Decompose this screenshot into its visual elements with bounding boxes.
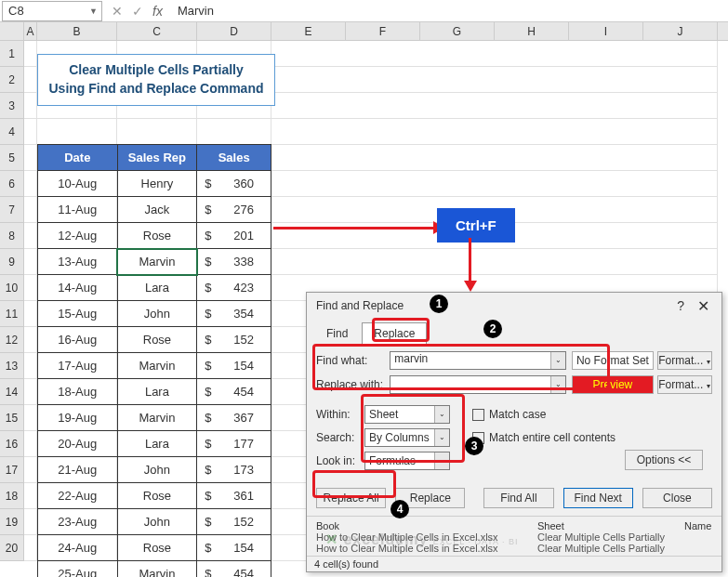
within-select[interactable]: Sheet⌄: [364, 405, 450, 424]
cell-sales[interactable]: 152: [197, 509, 271, 535]
col-header-E[interactable]: E: [271, 22, 346, 40]
cell-rep[interactable]: John: [117, 457, 197, 483]
tab-replace[interactable]: Replace: [362, 322, 427, 344]
cell-sales[interactable]: 177: [197, 431, 271, 457]
table-row[interactable]: 25-Aug Marvin 454: [38, 561, 271, 578]
fx-icon[interactable]: fx: [152, 4, 163, 19]
row-header[interactable]: 1: [0, 41, 24, 67]
cell-rep[interactable]: Henry: [117, 171, 197, 197]
cell[interactable]: [37, 119, 117, 145]
col-header-H[interactable]: H: [495, 22, 569, 40]
col-header-C[interactable]: C: [117, 22, 197, 40]
cell[interactable]: [24, 405, 37, 431]
cell-sales[interactable]: 360: [197, 171, 271, 197]
cell-rep[interactable]: Marvin: [117, 353, 197, 379]
row-header[interactable]: 6: [0, 171, 24, 197]
dialog-titlebar[interactable]: Find and Replace ? ✕: [307, 293, 721, 319]
cell-date[interactable]: 10-Aug: [38, 171, 118, 197]
cell-date[interactable]: 15-Aug: [38, 301, 118, 327]
grid-row[interactable]: 4: [0, 119, 728, 145]
cell-date[interactable]: 20-Aug: [38, 431, 118, 457]
cell[interactable]: [24, 535, 37, 561]
table-row[interactable]: 14-Aug Lara 423: [38, 275, 271, 301]
cell[interactable]: [24, 119, 37, 145]
cell-sales[interactable]: 454: [197, 561, 271, 578]
cell[interactable]: [24, 171, 37, 197]
table-row[interactable]: 11-Aug Jack 276: [38, 197, 271, 223]
cell-rep[interactable]: Marvin: [117, 561, 197, 578]
cell-sales[interactable]: 154: [197, 353, 271, 379]
row-header[interactable]: 12: [0, 327, 24, 353]
cell-sales[interactable]: 338: [197, 249, 271, 275]
help-icon[interactable]: ?: [677, 298, 684, 313]
chevron-down-icon[interactable]: ⌄: [434, 452, 449, 469]
cell[interactable]: [24, 301, 37, 327]
row-header[interactable]: 20: [0, 535, 24, 561]
row-header[interactable]: 3: [0, 93, 24, 119]
table-row[interactable]: 16-Aug Rose 152: [38, 327, 271, 353]
cell-sales[interactable]: 152: [197, 327, 271, 353]
row-header[interactable]: 14: [0, 379, 24, 405]
cell[interactable]: [24, 379, 37, 405]
cell[interactable]: [24, 275, 37, 301]
cell[interactable]: [24, 431, 37, 457]
cell[interactable]: [24, 197, 37, 223]
col-header-G[interactable]: G: [420, 22, 495, 40]
row-header[interactable]: 18: [0, 483, 24, 509]
name-box[interactable]: C8 ▼: [2, 1, 102, 21]
close-icon[interactable]: ✕: [692, 297, 714, 315]
cell-sales[interactable]: 454: [197, 379, 271, 405]
enter-icon[interactable]: ✓: [132, 4, 143, 19]
row-header[interactable]: 17: [0, 457, 24, 483]
match-case-checkbox[interactable]: [472, 409, 484, 421]
table-row[interactable]: 20-Aug Lara 177: [38, 431, 271, 457]
format-button-find[interactable]: Format...: [657, 351, 712, 370]
row-header[interactable]: 16: [0, 431, 24, 457]
table-row[interactable]: 24-Aug Rose 154: [38, 535, 271, 561]
cell-sales[interactable]: 354: [197, 301, 271, 327]
cell[interactable]: [24, 249, 37, 275]
cell-sales[interactable]: 154: [197, 535, 271, 561]
grid-area[interactable]: 1 2 3 4 5 6: [0, 41, 728, 561]
col-header-J[interactable]: J: [643, 22, 718, 40]
find-all-button[interactable]: Find All: [483, 488, 553, 508]
cell-sales[interactable]: 361: [197, 483, 271, 509]
cell[interactable]: [24, 223, 37, 249]
format-button-replace[interactable]: Format...: [657, 375, 712, 394]
table-row[interactable]: 17-Aug Marvin 154: [38, 353, 271, 379]
row-header[interactable]: 5: [0, 145, 24, 171]
options-button[interactable]: Options <<: [625, 450, 703, 470]
row-header[interactable]: 10: [0, 275, 24, 301]
cell-date[interactable]: 19-Aug: [38, 405, 118, 431]
close-button[interactable]: Close: [642, 488, 712, 508]
replace-with-input[interactable]: ⌄: [390, 375, 566, 394]
cell-sales[interactable]: 367: [197, 405, 271, 431]
cell[interactable]: [24, 457, 37, 483]
cancel-icon[interactable]: ✕: [112, 4, 123, 19]
cell-rep[interactable]: Rose: [117, 223, 197, 249]
table-row[interactable]: 23-Aug John 152: [38, 509, 271, 535]
cell-rep[interactable]: Marvin: [117, 249, 197, 275]
cell-date[interactable]: 25-Aug: [38, 561, 118, 578]
cell[interactable]: [271, 145, 718, 171]
cell[interactable]: [24, 145, 37, 171]
cell-date[interactable]: 13-Aug: [38, 249, 118, 275]
cell[interactable]: [24, 509, 37, 535]
row-header[interactable]: 8: [0, 223, 24, 249]
cell-sales[interactable]: 173: [197, 457, 271, 483]
table-row[interactable]: 15-Aug John 354: [38, 301, 271, 327]
formula-bar-input[interactable]: Marvin: [172, 4, 214, 18]
cell[interactable]: [197, 119, 271, 145]
cell[interactable]: [24, 353, 37, 379]
lookin-select[interactable]: Formulas⌄: [364, 452, 450, 470]
cell[interactable]: [271, 249, 718, 275]
find-what-input[interactable]: marvin ⌄: [390, 351, 566, 370]
table-row[interactable]: 22-Aug Rose 361: [38, 483, 271, 509]
row-header[interactable]: 15: [0, 405, 24, 431]
cell[interactable]: [24, 93, 37, 119]
col-header-D[interactable]: D: [197, 22, 271, 40]
table-row[interactable]: 19-Aug Marvin 367: [38, 405, 271, 431]
cell-date[interactable]: 17-Aug: [38, 353, 118, 379]
cell-rep[interactable]: Jack: [117, 197, 197, 223]
cell-date[interactable]: 11-Aug: [38, 197, 118, 223]
